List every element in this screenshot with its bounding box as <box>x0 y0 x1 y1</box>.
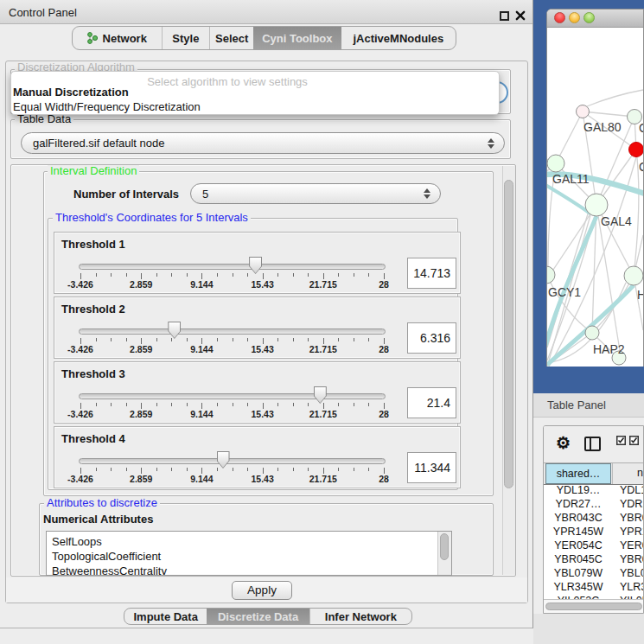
attribute-list-item[interactable]: SelfLoops <box>47 534 451 549</box>
table-data-label: Table Data <box>15 113 73 125</box>
threshold-value-field[interactable]: 21.4 <box>407 387 456 418</box>
table-row[interactable]: YER054CYER05 <box>544 539 643 552</box>
apply-button[interactable]: Apply <box>232 581 292 600</box>
slider-tick-label: 21.715 <box>309 279 337 290</box>
table-data-combobox[interactable]: galFiltered.sif default node <box>21 132 505 154</box>
tab-impute-data[interactable]: Impute Data <box>124 609 207 624</box>
float-window-icon[interactable] <box>500 11 509 21</box>
slider-tick <box>187 273 188 277</box>
slider-tick <box>293 273 294 277</box>
table-row[interactable]: YLR345WYLR34 <box>544 580 643 594</box>
slider-tick <box>308 468 309 471</box>
slider-tick <box>384 338 385 344</box>
close-icon[interactable] <box>515 10 526 21</box>
network-icon <box>87 32 98 44</box>
slider-tick <box>323 403 324 409</box>
slider-tick <box>338 403 339 406</box>
slider-tick <box>141 273 142 279</box>
horizontal-scrollbar[interactable] <box>544 599 643 613</box>
cell-name: YDR27 <box>620 497 644 511</box>
cell-shared-name: YBL079W <box>545 566 611 580</box>
number-of-intervals-combobox[interactable]: 5 <box>190 183 441 204</box>
slider-tick <box>384 403 385 409</box>
slider-tick-label: 2.859 <box>130 344 152 354</box>
slider-tick <box>80 338 81 344</box>
threshold-value-field[interactable]: 14.713 <box>407 258 456 289</box>
tab-label: Select <box>215 32 248 45</box>
slider-tick <box>141 338 142 344</box>
zoom-traffic-light[interactable] <box>583 12 595 23</box>
attribute-list-item[interactable]: BetweennessCentrality <box>47 564 451 576</box>
threshold-slider-track[interactable] <box>79 458 386 464</box>
slider-tick <box>263 338 264 344</box>
tab-label: Style <box>172 32 199 45</box>
threshold-value-field[interactable]: 6.316 <box>407 322 456 354</box>
slider-tick <box>354 468 354 471</box>
threshold-label: Threshold 1 <box>61 238 125 251</box>
threshold-slider-thumb[interactable] <box>249 257 262 274</box>
table-row[interactable]: YDL19…YDL19 <box>544 483 643 497</box>
threshold-panel-1: Threshold 1-3.4262.8599.14415.4321.71528… <box>54 232 461 294</box>
threshold-slider-track[interactable] <box>79 264 386 270</box>
table-row[interactable]: YDR27…YDR27 <box>544 497 643 511</box>
slider-tick <box>338 468 339 471</box>
cell-shared-name: YER054C <box>545 539 611 552</box>
tab-style[interactable]: Style <box>162 27 210 49</box>
slider-tick <box>308 403 309 406</box>
threshold-slider-track[interactable] <box>79 328 386 335</box>
slider-tick <box>141 468 142 474</box>
vertical-scrollbar-thumb[interactable] <box>504 180 513 488</box>
slider-tick <box>354 403 354 406</box>
network-canvas[interactable]: GAL80GACGAL11GAL4GCY1HHAP2 <box>547 28 643 367</box>
list-scrollbar[interactable] <box>437 532 451 575</box>
checkbox-icon[interactable] <box>629 436 639 445</box>
slider-tick <box>277 403 278 406</box>
table-row[interactable]: YBR043CYBR04 <box>544 511 643 525</box>
numerical-attributes-list[interactable]: SelfLoopsTopologicalCoefficientBetweenne… <box>46 531 452 576</box>
tab-discretize-data[interactable]: Discretize Data <box>207 609 309 624</box>
slider-tick <box>293 468 294 471</box>
checkbox-icon[interactable] <box>616 436 626 445</box>
close-traffic-light[interactable] <box>554 12 565 23</box>
list-scrollbar-thumb[interactable] <box>440 533 449 560</box>
threshold-slider-thumb[interactable] <box>217 451 230 469</box>
table-row[interactable]: YPR145WYPR14 <box>544 525 643 539</box>
slider-tick <box>126 338 127 341</box>
threshold-panel-4: Threshold 4-3.4262.8599.14415.4321.71528… <box>54 426 461 488</box>
column-header-name[interactable]: n… <box>612 463 643 484</box>
slider-tick <box>217 468 218 471</box>
column-header-shared-name[interactable]: shared… <box>545 463 611 484</box>
threshold-value-field[interactable]: 11.344 <box>407 452 456 483</box>
split-table-icon[interactable] <box>584 437 601 451</box>
tab-label: Cyni Toolbox <box>262 32 332 45</box>
threshold-slider-thumb[interactable] <box>314 386 327 404</box>
tab-network[interactable]: Network <box>73 27 162 49</box>
dropdown-item-manual[interactable]: Manual Discretization <box>13 86 129 99</box>
slider-tick <box>368 468 369 471</box>
slider-tick <box>96 338 97 341</box>
tab-jactivemnodules[interactable]: jActiveMNodules <box>341 27 456 49</box>
slider-tick <box>368 338 369 341</box>
tab-select[interactable]: Select <box>209 27 253 49</box>
table-row[interactable]: YBR045CYBR04 <box>544 552 643 566</box>
slider-tick <box>217 403 218 406</box>
node-label-hap2: HAP2 <box>593 342 625 356</box>
slider-tick <box>96 403 97 406</box>
tab-infer-network[interactable]: Infer Network <box>309 609 411 624</box>
slider-tick <box>354 338 354 341</box>
threshold-slider-thumb[interactable] <box>168 322 181 339</box>
table-row[interactable]: YBL079WYBL07 <box>544 566 643 580</box>
node-label-gal4: GAL4 <box>601 214 632 228</box>
slider-tick <box>187 468 188 471</box>
slider-tick <box>201 338 202 344</box>
slider-tick <box>323 338 324 344</box>
network-view-window: GAL80GACGAL11GAL4GCY1HHAP2 <box>546 9 644 367</box>
dropdown-item-equal-width[interactable]: Equal Width/Frequency Discretization <box>13 100 201 113</box>
slider-tick-label: 28 <box>379 474 389 484</box>
gear-icon[interactable]: ⚙ <box>556 433 571 453</box>
horizontal-scrollbar-thumb[interactable] <box>545 603 642 610</box>
minimize-traffic-light[interactable] <box>569 12 580 23</box>
threshold-slider-track[interactable] <box>79 393 386 399</box>
attribute-list-item[interactable]: TopologicalCoefficient <box>47 549 451 564</box>
tab-cyni-toolbox[interactable]: Cyni Toolbox <box>253 27 341 49</box>
